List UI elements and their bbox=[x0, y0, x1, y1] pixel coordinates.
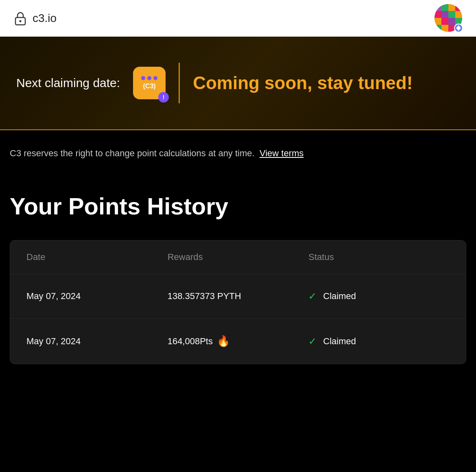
banner-section: Next claiming date: (C3) ! Coming soon, … bbox=[0, 37, 476, 130]
c3-dot-1 bbox=[141, 76, 145, 80]
row2-rewards: 164,008Pts 🔥 bbox=[168, 335, 309, 347]
c3-dots bbox=[141, 76, 157, 80]
header-date: Date bbox=[26, 252, 168, 262]
check-icon-1: ✓ bbox=[308, 291, 317, 302]
row2-date: May 07, 2024 bbox=[26, 336, 168, 347]
svg-point-1 bbox=[20, 20, 22, 22]
svg-rect-15 bbox=[441, 25, 448, 32]
banner-divider bbox=[179, 63, 180, 103]
row1-rewards: 138.357373 PYTH bbox=[168, 291, 309, 302]
header-left: c3.io bbox=[13, 11, 57, 26]
svg-rect-7 bbox=[441, 11, 448, 18]
terms-text: C3 reserves the right to change point ca… bbox=[10, 148, 255, 158]
c3-icon-container: (C3) ! bbox=[133, 67, 166, 99]
svg-rect-12 bbox=[448, 18, 455, 25]
table-row: May 07, 2024 164,008Pts 🔥 ✓ Claimed bbox=[10, 319, 466, 364]
svg-rect-3 bbox=[441, 4, 448, 11]
c3-dot-2 bbox=[147, 76, 151, 80]
row2-claimed-text: Claimed bbox=[323, 336, 356, 347]
row1-rewards-text: 138.357373 PYTH bbox=[168, 291, 241, 302]
fire-icon: 🔥 bbox=[217, 335, 230, 347]
svg-rect-14 bbox=[435, 25, 441, 32]
lock-icon bbox=[13, 11, 28, 26]
c3-notification-badge: ! bbox=[158, 92, 169, 103]
avatar[interactable] bbox=[435, 4, 463, 33]
banner-left: Next claiming date: (C3) ! Coming soon, … bbox=[16, 63, 460, 103]
svg-rect-8 bbox=[448, 11, 455, 18]
c3-label: (C3) bbox=[143, 83, 156, 90]
row1-date: May 07, 2024 bbox=[26, 291, 168, 302]
row1-status: ✓ Claimed bbox=[308, 291, 450, 302]
svg-rect-2 bbox=[435, 4, 441, 11]
svg-rect-5 bbox=[455, 4, 462, 11]
view-terms-link[interactable]: View terms bbox=[260, 148, 304, 158]
header-rewards: Rewards bbox=[168, 252, 309, 262]
terms-section: C3 reserves the right to change point ca… bbox=[0, 130, 476, 168]
row1-claimed-text: Claimed bbox=[323, 291, 356, 302]
next-claiming-label: Next claiming date: bbox=[16, 76, 120, 90]
row2-rewards-text: 164,008Pts bbox=[168, 336, 213, 347]
site-title: c3.io bbox=[33, 12, 57, 25]
coming-soon-text: Coming soon, stay tuned! bbox=[193, 72, 460, 94]
row2-status: ✓ Claimed bbox=[308, 336, 450, 347]
eth-badge bbox=[454, 24, 463, 33]
svg-rect-10 bbox=[435, 18, 441, 25]
table-row: May 07, 2024 138.357373 PYTH ✓ Claimed bbox=[10, 274, 466, 319]
history-table: Date Rewards Status May 07, 2024 138.357… bbox=[10, 240, 466, 364]
points-history-title: Your Points History bbox=[10, 192, 466, 220]
c3-dot-3 bbox=[153, 76, 157, 80]
svg-rect-11 bbox=[441, 18, 448, 25]
svg-rect-6 bbox=[435, 11, 441, 18]
points-history-section: Your Points History Date Rewards Status … bbox=[0, 168, 476, 380]
svg-rect-9 bbox=[455, 11, 462, 18]
svg-rect-4 bbox=[448, 4, 455, 11]
table-header: Date Rewards Status bbox=[10, 240, 466, 274]
check-icon-2: ✓ bbox=[308, 336, 317, 347]
header-status: Status bbox=[308, 252, 450, 262]
header: c3.io bbox=[0, 0, 476, 37]
